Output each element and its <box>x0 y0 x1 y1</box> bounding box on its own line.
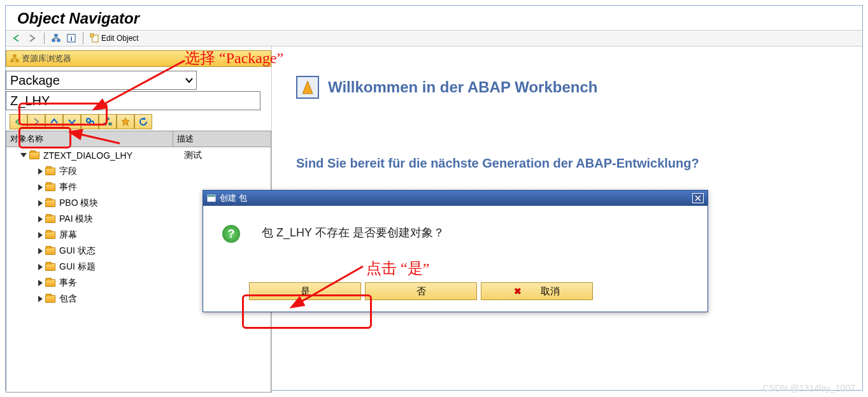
welcome-subheading: Sind Sie bereit für die nächste Generati… <box>296 156 862 171</box>
tree-icon[interactable] <box>99 114 117 129</box>
svg-rect-0 <box>55 34 57 36</box>
folder-icon <box>29 152 39 159</box>
close-icon <box>695 195 701 201</box>
welcome-icon <box>296 76 319 99</box>
expand-icon[interactable] <box>38 248 43 254</box>
edit-icon <box>90 33 100 43</box>
tree-desc: 测试 <box>181 150 271 161</box>
welcome-title: Willkommen in der ABAP Workbench <box>328 78 597 96</box>
svg-rect-16 <box>208 195 215 197</box>
back-icon[interactable] <box>11 32 24 45</box>
repo-icon <box>10 54 19 63</box>
expand-icon[interactable] <box>38 184 43 191</box>
svg-point-11 <box>90 121 94 125</box>
svg-rect-12 <box>106 118 109 120</box>
page-title: Object Navigator <box>6 6 862 30</box>
expand-icon[interactable] <box>38 296 43 302</box>
main-toolbar: i Edit Object <box>6 30 862 47</box>
object-type-dropdown[interactable]: Package <box>6 71 197 90</box>
tree-label: ZTEXT_DIALOG_LHY <box>43 150 181 161</box>
create-package-dialog: 创建 包 ? 包 Z_LHY 不存在 是否要创建对象？ 是 否 ✖取消 <box>203 190 708 312</box>
dropdown-value: Package <box>10 73 60 88</box>
nav-up-icon[interactable] <box>45 114 63 129</box>
folder-icon <box>45 168 55 175</box>
forward-icon[interactable] <box>26 32 39 45</box>
cancel-x-icon: ✖ <box>514 286 522 296</box>
svg-rect-8 <box>11 60 13 62</box>
tree-header: 对象名称 描述 <box>6 131 271 147</box>
cancel-button[interactable]: ✖取消 <box>481 282 593 300</box>
folder-icon <box>45 279 55 287</box>
expand-icon[interactable] <box>38 200 43 206</box>
favorite-icon[interactable] <box>117 114 134 129</box>
expand-icon[interactable] <box>38 168 43 175</box>
folder-icon <box>45 263 55 271</box>
expand-icon[interactable] <box>38 216 43 222</box>
hierarchy-icon[interactable] <box>50 32 62 45</box>
edit-object-button[interactable]: Edit Object <box>90 33 139 43</box>
folder-icon <box>45 231 55 239</box>
repo-browser-label: 资源库浏览器 <box>22 53 71 64</box>
nav-down-icon[interactable] <box>63 114 81 129</box>
dialog-icon <box>207 194 216 202</box>
tree-root[interactable]: ZTEXT_DIALOG_LHY 测试 <box>6 147 271 163</box>
col-description[interactable]: 描述 <box>173 131 271 147</box>
svg-text:i: i <box>70 34 72 42</box>
dialog-message: 包 Z_LHY 不存在 是否要创建对象？ <box>262 225 445 240</box>
svg-rect-2 <box>57 40 60 41</box>
dialog-close-button[interactable] <box>692 193 704 203</box>
tree-item[interactable]: 字段 <box>6 163 271 179</box>
info-icon[interactable]: i <box>65 32 78 45</box>
expand-icon[interactable] <box>38 232 43 238</box>
nav-forward-icon[interactable] <box>27 114 45 129</box>
svg-rect-7 <box>13 55 16 57</box>
folder-icon <box>45 184 55 191</box>
dialog-titlebar: 创建 包 <box>203 191 708 206</box>
folder-icon <box>45 199 55 207</box>
chevron-down-icon <box>185 76 194 85</box>
input-value: Z_LHY <box>10 94 50 108</box>
svg-rect-13 <box>104 123 106 125</box>
nav-mini-toolbar <box>10 114 271 129</box>
folder-icon <box>45 247 55 255</box>
expand-icon[interactable] <box>20 153 27 157</box>
refresh-icon[interactable] <box>134 114 152 129</box>
svg-rect-9 <box>16 60 18 62</box>
svg-rect-6 <box>90 34 94 37</box>
dialog-title: 创建 包 <box>220 192 247 204</box>
watermark: CSDN @1314lay_1007 <box>762 383 855 393</box>
find-icon[interactable] <box>81 114 99 129</box>
svg-rect-14 <box>109 123 111 125</box>
yes-button[interactable]: 是 <box>249 282 361 300</box>
question-icon: ? <box>222 225 240 243</box>
object-name-input[interactable]: Z_LHY <box>6 91 260 110</box>
folder-icon <box>45 215 55 223</box>
edit-object-label: Edit Object <box>101 34 139 43</box>
expand-icon[interactable] <box>38 264 43 270</box>
svg-rect-1 <box>52 40 55 41</box>
expand-icon[interactable] <box>38 280 43 286</box>
no-button[interactable]: 否 <box>365 282 477 300</box>
tree-label: 字段 <box>59 166 271 177</box>
folder-icon <box>45 295 55 303</box>
repo-browser-header[interactable]: 资源库浏览器 <box>6 50 271 67</box>
nav-back-icon[interactable] <box>10 114 27 129</box>
col-object-name[interactable]: 对象名称 <box>6 131 173 147</box>
cancel-label: 取消 <box>541 285 560 298</box>
